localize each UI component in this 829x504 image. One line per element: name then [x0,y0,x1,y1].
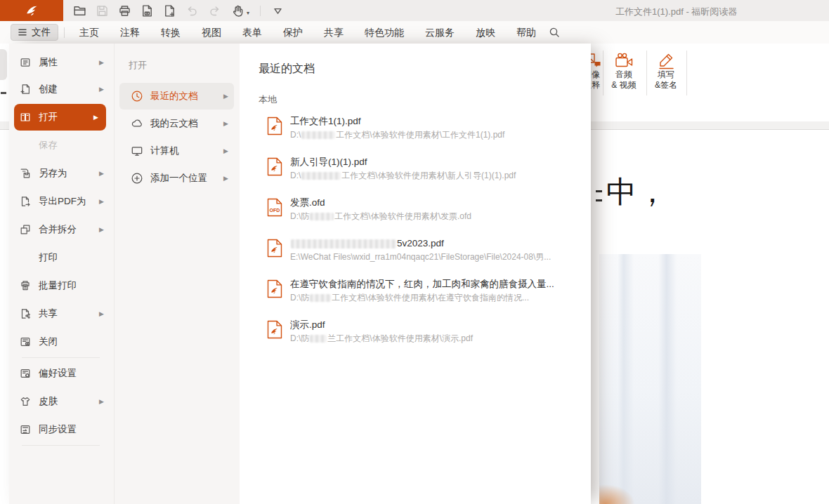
open-panel-item-最近的文档[interactable]: 最近的文档▶ [119,83,234,110]
save-icon [96,4,109,18]
file-menu-item-打印[interactable]: 打印 [9,244,114,272]
file-menu-item-同步设置[interactable]: 同步设置 [9,416,114,444]
redacted-text [291,239,396,248]
file-menu-item-label: 偏好设置 [39,367,77,380]
ofd-file-icon: OFD [267,198,282,217]
recent-file-row[interactable]: OFD发票.ofdD:\防工作文档\体验软件使用素材\发票.ofd [267,197,591,222]
pdf-file-icon [267,157,282,176]
cloud-icon [131,117,143,130]
hand-tool-icon [230,4,244,18]
skin-icon [20,396,31,407]
file-menu-item-批量打印[interactable]: 批量打印 [9,272,114,300]
file-menu-item-偏好设置[interactable]: 偏好设置 [9,359,114,387]
tab-云服务[interactable]: 云服务 [414,22,465,44]
ribbon-button-填写&签名[interactable]: 填写&签名 [648,47,684,117]
path-suffix: 兰工作文档\体验软件使用素材\演示.pdf [327,333,473,343]
folder-open-button[interactable] [73,4,86,18]
tab-放映[interactable]: 放映 [465,22,506,44]
recent-file-text: 工作文件1(1).pdfD:\工作文档\体验软件使用素材\工作文件1(1).pd… [290,115,504,140]
clock-icon [131,90,143,102]
file-menu-item-共享[interactable]: 共享▶ [9,300,114,328]
submenu-arrow-icon: ▶ [99,198,104,205]
app-logo[interactable] [0,0,63,21]
undo-button[interactable] [185,4,199,18]
batchprint-icon [20,280,31,291]
recent-file-row[interactable]: 新人引导(1)(1).pdfD:\工作文档\体验软件使用素材\新人引导(1)(1… [267,156,591,181]
tab-视图[interactable]: 视图 [191,22,232,44]
chevron-down-button[interactable] [271,4,285,18]
tab-注释[interactable]: 注释 [110,22,150,44]
file-menu-item-label: 导出PDF为 [39,195,86,208]
ribbon-button-音频& 视频[interactable]: 音频& 视频 [604,47,644,117]
file-menu-button[interactable]: 文件 [11,24,58,41]
tab-特色功能[interactable]: 特色功能 [354,22,414,44]
tab-保护[interactable]: 保护 [273,22,313,44]
window-title: 工作文件1(1).pdf - 福昕阅读器 [615,6,737,18]
ribbon-button-label: &签名 [655,80,677,91]
submenu-arrow-icon: ▶ [99,59,104,66]
path-prefix: D:\ [290,130,301,140]
tab-主页[interactable]: 主页 [69,22,110,44]
file-menu-item-合并拆分[interactable]: 合并拆分▶ [9,215,114,244]
recent-file-row[interactable]: 工作文件1(1).pdfD:\工作文档\体验软件使用素材\工作文件1(1).pd… [267,115,591,140]
merge-icon [20,224,31,235]
undo-icon [185,4,199,18]
redacted-text [310,294,331,302]
recent-documents-panel: 最近的文档 本地 工作文件1(1).pdfD:\工作文档\体验软件使用素材\工作… [240,44,591,504]
pdf-file-icon [267,320,282,339]
recent-file-text: 演示.pdfD:\防兰工作文档\体验软件使用素材\演示.pdf [290,319,473,344]
submenu-arrow-icon: ▶ [99,170,104,177]
open-panel-item-label: 我的云文档 [150,117,198,130]
recent-file-text: 新人引导(1)(1).pdfD:\工作文档\体验软件使用素材\新人引导(1)(1… [290,156,516,181]
document-minus-button[interactable] [141,4,154,18]
tab-转换[interactable]: 转换 [150,22,191,44]
path-prefix: D:\防 [290,211,309,221]
plus-circle-icon [131,172,143,185]
clipped-glyph-fragment [596,190,602,192]
file-menu-panel: 属性▶创建▶打开▶保存另存为▶导出PDF为▶合并拆分▶打印批量打印共享▶关闭偏好… [9,44,591,504]
tab-共享[interactable]: 共享 [313,22,354,44]
open-panel-item-添加一个位置[interactable]: 添加一个位置▶ [119,165,234,192]
document-plus-icon [163,4,176,18]
submenu-arrow-icon: ▶ [223,93,228,100]
recent-file-text: 5v2023.pdfE:\WeChat Files\wxid_rra1m04nq… [290,237,551,263]
recent-file-row[interactable]: 5v2023.pdfE:\WeChat Files\wxid_rra1m04nq… [267,237,591,263]
redo-button[interactable] [208,4,221,18]
document-plus-button[interactable] [163,4,176,18]
recent-file-name: 工作文件1(1).pdf [290,115,504,127]
search-button[interactable] [545,23,563,41]
recent-file-row[interactable]: 在遵守饮食指南的情况下，红肉，加工肉和家禽的膳食摄入量...D:\防工作文档\体… [267,278,591,303]
file-menu-item-打开[interactable]: 打开▶ [14,104,106,131]
file-menu-item-label: 皮肤 [39,395,58,408]
file-menu-item-label: 关闭 [39,336,58,348]
quick-access-toolbar: ▾ [73,0,285,21]
open-panel-item-计算机[interactable]: 计算机▶ [119,138,234,164]
tab-表单[interactable]: 表单 [232,22,273,44]
file-menu-item-导出PDF为[interactable]: 导出PDF为▶ [9,187,114,215]
redacted-text [310,335,327,343]
file-menu-item-关闭[interactable]: 关闭 [9,328,114,356]
open-panel-header: 打开 [115,59,240,72]
print-button[interactable] [118,4,131,18]
saveas-icon [20,168,31,179]
hand-tool-button[interactable] [230,4,244,18]
computer-icon [131,145,143,157]
title-bar: ▾ 工作文件1(1).pdf - 福昕阅读器 [0,0,829,21]
save-button[interactable] [96,4,109,18]
pencil-icon [655,51,677,69]
recent-file-name: 发票.ofd [290,197,471,208]
recent-file-row[interactable]: 演示.pdfD:\防兰工作文档\体验软件使用素材\演示.pdf [267,319,591,344]
submenu-arrow-icon: ▶ [223,175,228,182]
submenu-arrow-icon: ▶ [223,120,228,127]
file-menu-item-另存为[interactable]: 另存为▶ [9,159,114,187]
file-menu-item-皮肤[interactable]: 皮肤▶ [9,387,114,416]
pdf-file-icon [267,117,282,135]
tab-帮助[interactable]: 帮助 [506,22,547,44]
open-panel-item-label: 计算机 [150,145,179,157]
path-suffix: 工作文档\体验软件使用素材\在遵守饮食指南的情况... [332,293,529,303]
open-icon [20,112,31,123]
file-menu-item-属性[interactable]: 属性▶ [9,50,114,75]
file-menu-item-创建[interactable]: 创建▶ [9,75,114,103]
file-menu-item-label: 属性 [39,56,58,69]
open-panel-item-我的云文档[interactable]: 我的云文档▶ [119,110,234,137]
